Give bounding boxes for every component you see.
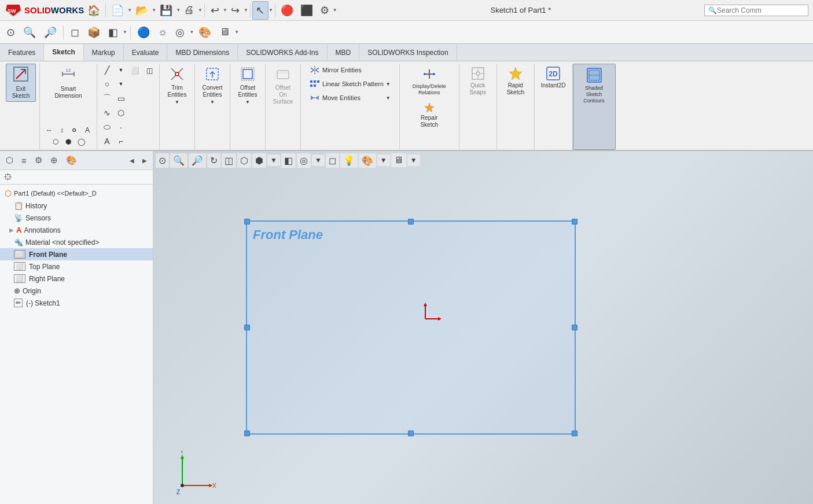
monitor-btn[interactable]: 🖥 (216, 23, 233, 42)
tab-markup[interactable]: Markup (84, 44, 124, 61)
handle-bc[interactable] (408, 431, 414, 436)
save-dropdown[interactable]: ▼ (176, 8, 181, 13)
monitor-dropdown[interactable]: ▼ (234, 30, 239, 35)
sidebar-right-btn[interactable]: ▶ (139, 155, 150, 166)
config-manager-btn[interactable]: ⚙ (31, 153, 46, 168)
traffic-btn[interactable]: 🔴 (277, 1, 297, 20)
tab-sw-addins[interactable]: SOLIDWORKS Add-Ins (238, 44, 327, 61)
move-dropdown-arrow[interactable]: ▼ (386, 95, 391, 101)
property-manager-btn[interactable]: ≡ (18, 153, 30, 168)
handle-tc[interactable] (408, 219, 414, 225)
construction-btn[interactable]: ⬜ (128, 65, 142, 76)
sketch-tools-btn1[interactable]: ⊙ (2, 23, 19, 42)
new-dropdown[interactable]: ▼ (127, 8, 132, 13)
open-dropdown[interactable]: ▼ (152, 8, 156, 13)
dim-sub4[interactable]: A (82, 124, 93, 136)
appearance-btn[interactable]: 🎨 (62, 153, 80, 168)
zoom-out-btn[interactable]: 🔎 (189, 153, 206, 168)
section-btn[interactable]: ◧ (281, 153, 296, 168)
sketch-tools-btn5[interactable]: 📦 (84, 23, 104, 42)
handle-ml[interactable] (244, 325, 250, 330)
quick-snaps-btn[interactable]: QuickSnaps (463, 64, 493, 98)
top-plane-item[interactable]: ⬜ Top Plane (0, 260, 153, 273)
sidebar-left-btn[interactable]: ◀ (126, 155, 138, 166)
redo-dropdown[interactable]: ▼ (244, 8, 248, 13)
undo-btn[interactable]: ↩ (207, 1, 223, 20)
view-mode-btn3[interactable]: ◎ (172, 23, 188, 42)
search-input[interactable] (717, 6, 798, 14)
cursor-btn[interactable]: ↖ (252, 1, 268, 20)
display-dropdown[interactable]: ▼ (189, 30, 194, 35)
viewport[interactable]: ⊙ 🔍 🔎 ↻ ◫ ⬡ ⬢ ▼ ◧ ◎ ▼ ◻ 💡 🎨 ▼ 🖥 ▼ Front … (153, 151, 813, 504)
tab-mbd[interactable]: MBD (328, 44, 360, 61)
trim-entities-btn[interactable]: TrimEntities ▼ (163, 64, 191, 107)
trim-dropdown-arrow[interactable]: ▼ (175, 100, 179, 105)
sketch-tools-btn3[interactable]: 🔎 (41, 23, 60, 42)
handle-mr[interactable] (572, 325, 577, 330)
circle-dropdown[interactable]: ▼ (115, 78, 127, 90)
tab-features[interactable]: Features (0, 44, 44, 61)
sensors-item[interactable]: 📡 Sensors (0, 212, 153, 224)
home-btn[interactable]: 🏠 (84, 1, 104, 20)
handle-tr[interactable] (572, 219, 577, 225)
sketch-tools-btn4[interactable]: ◻ (67, 23, 83, 42)
text-btn[interactable]: A (101, 135, 113, 148)
dim-sub1[interactable]: ↔ (43, 124, 55, 136)
view-dropdown[interactable]: ▼ (123, 30, 127, 35)
print-btn[interactable]: 🖨 (181, 1, 198, 20)
transparency-btn[interactable]: ◻ (326, 153, 339, 168)
shaded-sketch-contours-btn[interactable]: ShadedSketchContours (577, 64, 612, 106)
handle-br[interactable] (572, 431, 577, 436)
arc-btn[interactable]: ⌒ (101, 91, 113, 105)
spline-btn[interactable]: ∿ (101, 106, 113, 119)
zoom-in-btn[interactable]: 🔍 (170, 153, 187, 168)
point-btn[interactable]: · (115, 120, 127, 134)
monitor-vp-btn[interactable]: 🖥 (391, 153, 406, 167)
linear-sketch-pattern-btn[interactable]: Linear Sketch Pattern ▼ (304, 78, 396, 90)
history-item[interactable]: 📋 History (0, 200, 153, 212)
tab-sketch[interactable]: Sketch (44, 44, 83, 61)
polygon-btn[interactable]: ⬡ (115, 106, 127, 119)
options-dropdown[interactable]: ▼ (333, 8, 337, 13)
sketch-tools-btn2[interactable]: 🔍 (20, 23, 39, 42)
open-btn[interactable]: 📂 (132, 1, 152, 20)
tab-evaluate[interactable]: Evaluate (124, 44, 168, 61)
material-item[interactable]: 🔩 Material <not specified> (0, 236, 153, 248)
ellipse-btn[interactable]: ⬭ (101, 120, 113, 134)
convert-entities-btn[interactable]: ConvertEntities ▼ (198, 64, 226, 107)
view-btn2[interactable]: ⬡ (237, 153, 251, 168)
sketch-tools-btn6[interactable]: ◧ (105, 23, 122, 42)
exit-sketch-btn[interactable]: Exit Sketch (6, 64, 36, 102)
view-btn3[interactable]: ⬢ (252, 153, 266, 168)
origin-item[interactable]: ⊕ Origin (0, 285, 153, 297)
display-mode-btn[interactable]: ◎ (297, 153, 311, 168)
dim-sub2[interactable]: ↕ (56, 124, 68, 136)
mirror-entities-btn[interactable]: Mirror Entities (304, 64, 396, 76)
dim-sub6[interactable]: ⬢ (62, 136, 74, 148)
line-dropdown[interactable]: ▼ (115, 64, 127, 76)
rebuild-btn[interactable]: ⬛ (297, 1, 317, 20)
smart-dimension-btn[interactable]: 12 Smart Dimension (51, 64, 84, 102)
rotate-btn[interactable]: ↻ (207, 153, 220, 168)
fillet-btn[interactable]: ⌐ (115, 135, 127, 148)
lights-btn[interactable]: 💡 (340, 153, 358, 168)
handle-tl[interactable] (244, 219, 250, 225)
pattern-dropdown-arrow[interactable]: ▼ (386, 82, 391, 87)
cursor-dropdown[interactable]: ▼ (268, 8, 273, 13)
instant2d-btn[interactable]: 2D Instant2D (538, 64, 569, 91)
dim-sub3[interactable]: ⭘ (69, 124, 80, 136)
options-btn[interactable]: ⚙ (317, 1, 333, 20)
line-btn[interactable]: ╱ (101, 64, 113, 76)
appearance-dropdown[interactable]: ▼ (377, 154, 390, 166)
dim-expert-btn[interactable]: ⊕ (47, 153, 61, 168)
offset-entities-btn[interactable]: OffsetEntities ▼ (234, 64, 262, 107)
save-btn[interactable]: 💾 (156, 1, 176, 20)
orient-dropdown[interactable]: ▼ (267, 154, 280, 166)
zoom-fit-btn[interactable]: ⊙ (156, 153, 169, 168)
appearance-btn[interactable]: 🎨 (195, 23, 215, 42)
display-dropdown[interactable]: ▼ (312, 154, 325, 166)
view-btn1[interactable]: ◫ (222, 153, 236, 168)
view-mode-btn1[interactable]: 🔵 (134, 23, 153, 42)
rect-btn[interactable]: ▭ (115, 91, 127, 105)
feature-manager-btn[interactable]: ⬡ (2, 153, 17, 168)
